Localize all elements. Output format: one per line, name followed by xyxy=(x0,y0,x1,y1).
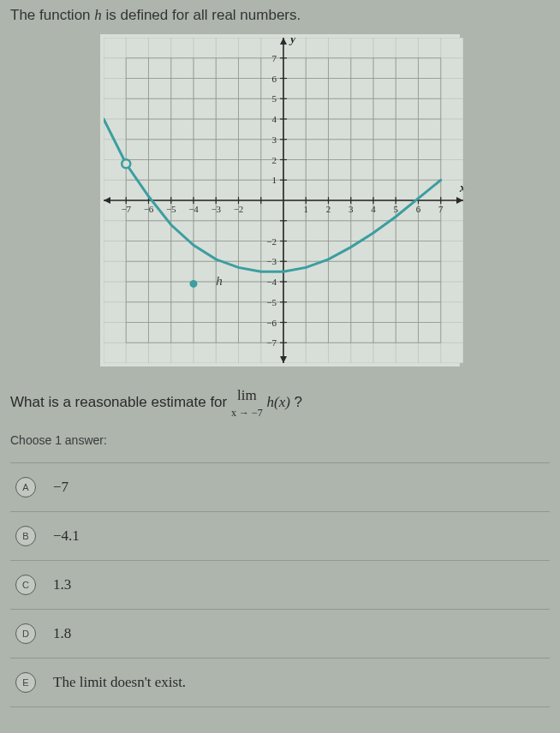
prompt-line: The function h is defined for all real n… xyxy=(10,7,550,24)
svg-text:−2: −2 xyxy=(266,236,277,247)
prompt-prefix: The function xyxy=(10,7,94,23)
choice-letter: C xyxy=(15,575,36,595)
svg-text:3: 3 xyxy=(272,134,277,145)
choice-letter: A xyxy=(15,477,36,498)
answer-option-a[interactable]: A −7 xyxy=(10,462,550,511)
svg-text:−3: −3 xyxy=(266,256,277,266)
choice-text: −7 xyxy=(53,479,69,496)
svg-point-128 xyxy=(190,280,198,288)
choice-text: 1.8 xyxy=(53,625,71,642)
choice-letter: D xyxy=(15,623,36,644)
svg-text:h: h xyxy=(216,274,223,288)
svg-text:−5: −5 xyxy=(166,204,176,214)
answer-option-e[interactable]: E The limit doesn't exist. xyxy=(10,658,550,707)
svg-text:7: 7 xyxy=(438,204,444,214)
svg-text:1: 1 xyxy=(272,175,277,185)
hx-label: h(x) xyxy=(266,394,289,410)
svg-text:y: y xyxy=(289,38,296,45)
svg-text:−2: −2 xyxy=(234,204,244,214)
question-qmark: ? xyxy=(290,394,302,410)
function-graph: −7−6−5−4−3−21234567−7−6−5−4−3−21234567yx… xyxy=(104,38,463,363)
svg-text:−3: −3 xyxy=(211,204,221,214)
question-prefix: What is a reasonable estimate for xyxy=(10,394,231,410)
svg-text:1: 1 xyxy=(304,204,309,214)
svg-text:x: x xyxy=(459,182,463,194)
answer-option-d[interactable]: D 1.8 xyxy=(10,609,550,658)
chart-container: −7−6−5−4−3−21234567−7−6−5−4−3−21234567yx… xyxy=(100,34,460,366)
choose-label: Choose 1 answer: xyxy=(10,433,550,447)
svg-text:−4: −4 xyxy=(266,277,277,287)
choice-text: 1.3 xyxy=(53,576,71,593)
question-line: What is a reasonable estimate for lim x … xyxy=(10,384,550,421)
lim-sub: x → −7 xyxy=(231,405,263,421)
choice-text: −4.1 xyxy=(53,527,80,545)
svg-text:−6: −6 xyxy=(144,204,154,214)
choice-letter: E xyxy=(15,672,36,693)
answer-option-b[interactable]: B −4.1 xyxy=(10,511,550,560)
svg-text:−7: −7 xyxy=(266,337,277,348)
svg-text:6: 6 xyxy=(272,74,277,84)
svg-text:5: 5 xyxy=(394,204,399,214)
svg-point-127 xyxy=(122,159,130,168)
svg-text:−4: −4 xyxy=(188,204,199,214)
svg-text:2: 2 xyxy=(326,204,331,214)
limit-notation: lim x → −7 xyxy=(231,384,263,421)
answer-list: A −7 B −4.1 C 1.3 D 1.8 E The limit does… xyxy=(10,462,550,707)
svg-text:3: 3 xyxy=(349,204,354,214)
svg-text:−5: −5 xyxy=(266,297,277,307)
lim-label: lim xyxy=(237,387,257,403)
svg-text:−7: −7 xyxy=(121,204,131,214)
svg-text:5: 5 xyxy=(272,93,277,104)
svg-text:−6: −6 xyxy=(266,318,277,328)
choice-letter: B xyxy=(15,526,36,546)
function-name: h xyxy=(94,7,102,23)
answer-option-c[interactable]: C 1.3 xyxy=(10,560,550,609)
choice-text: The limit doesn't exist. xyxy=(53,674,186,691)
svg-text:4: 4 xyxy=(272,114,277,124)
svg-text:7: 7 xyxy=(272,53,277,63)
prompt-suffix: is defined for all real numbers. xyxy=(102,7,301,23)
svg-text:2: 2 xyxy=(272,155,277,165)
svg-text:4: 4 xyxy=(371,204,376,214)
svg-text:6: 6 xyxy=(416,204,421,214)
